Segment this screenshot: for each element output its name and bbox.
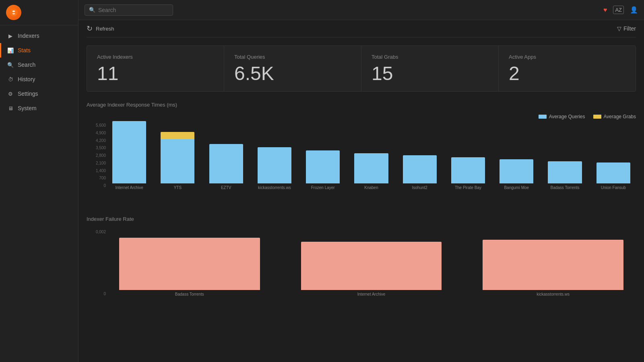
filter-label: Filter — [623, 25, 636, 32]
bar-internet-archive-label: Internet Archive — [115, 185, 143, 190]
sidebar-item-settings-label: Settings — [18, 90, 38, 97]
bar-kickass-label: kickasstorrents.ws — [258, 185, 291, 190]
sidebar-item-indexers[interactable]: ▶ Indexers — [0, 29, 78, 43]
y-label-5600: 5,600 — [87, 123, 106, 128]
y-axis: 5,600 4,900 4,200 3,500 2,800 2,100 1,40… — [87, 123, 106, 188]
bar-bangumi-moe: Bangumi Moe — [494, 119, 539, 190]
failure-bars-container: Badass Torrents Internet Archive — [107, 232, 636, 296]
bar-knaben-label: Knaben — [364, 185, 378, 190]
total-grabs-value: 15 — [372, 64, 488, 83]
bar-frozen-layer-label: Frozen Layer — [311, 185, 335, 190]
search-input[interactable] — [98, 7, 169, 13]
total-queries-value: 6.5K — [234, 64, 351, 83]
failure-bar-internet-archive-label: Internet Archive — [357, 292, 385, 296]
failure-rate-chart: Indexer Failure Rate 0,002 0 Bada — [87, 216, 636, 309]
app-logo — [0, 0, 78, 25]
failure-bar-internet-archive-fill — [301, 242, 442, 290]
bar-badass-torrents-blue — [548, 161, 582, 183]
legend-grabs-label: Average Grabs — [604, 114, 636, 119]
failure-bar-kickass-label: kickasstorrents.ws — [537, 292, 570, 296]
refresh-button[interactable]: ↻ Refresh — [87, 24, 114, 33]
response-time-chart: Average Indexer Response Times (ms) Aver… — [87, 102, 636, 204]
active-indexers-value: 11 — [97, 64, 214, 83]
sidebar-item-system[interactable]: 🖥 System — [0, 101, 78, 115]
bar-pirate-bay: The Pirate Bay — [446, 119, 491, 190]
history-icon: ⏱ — [7, 76, 14, 82]
user-icon[interactable]: 👤 — [630, 6, 638, 14]
active-apps-value: 2 — [509, 64, 625, 83]
sidebar-item-stats[interactable]: 📊 Stats — [0, 43, 78, 58]
bar-union-fansub-label: Union Fansub — [601, 185, 626, 190]
bar-kickass-blue — [258, 147, 291, 183]
bar-badass-torrents: Badass Torrents — [542, 119, 587, 190]
stats-grid: Active Indexers 11 Total Queries 6.5K To… — [87, 45, 636, 92]
failure-bar-badass-label: Badass Torrents — [175, 292, 204, 296]
active-apps-label: Active Apps — [509, 54, 625, 60]
bar-internet-archive-blue — [112, 121, 146, 183]
failure-bar-kickass-fill — [483, 240, 623, 290]
bar-eztv-label: EZTV — [221, 185, 231, 190]
topbar-right: ♥ AZ 👤 — [603, 6, 638, 14]
topbar: 🔍 ♥ AZ 👤 — [78, 0, 644, 20]
legend-blue-color — [539, 115, 547, 119]
logo-icon — [6, 5, 21, 20]
bar-pirate-bay-label: The Pirate Bay — [455, 185, 481, 190]
failure-y-axis: 0,002 — [87, 228, 106, 234]
y-label-1400: 1,400 — [87, 169, 106, 173]
failure-y-zero: 0 — [87, 290, 106, 296]
sidebar-item-settings[interactable]: ⚙ Settings — [0, 86, 78, 101]
refresh-label: Refresh — [96, 26, 114, 32]
stat-total-grabs: Total Grabs 15 — [361, 46, 498, 91]
y-label-4900: 4,900 — [87, 131, 106, 135]
y-label-2100: 2,100 — [87, 161, 106, 165]
bar-eztv: EZTV — [204, 119, 249, 190]
bar-eztv-blue — [209, 144, 243, 183]
bar-yts-label: YTS — [174, 185, 182, 190]
bar-isohunt2-label: Isohunt2 — [412, 185, 427, 190]
bar-union-fansub: Union Fansub — [591, 119, 636, 190]
sidebar-item-search[interactable]: 🔍 Search — [0, 58, 78, 72]
content-area: ↻ Refresh ▽ Filter Active Indexers 11 To… — [78, 20, 644, 317]
stat-total-queries: Total Queries 6.5K — [224, 46, 361, 91]
bar-knaben-blue — [354, 153, 388, 183]
stats-icon: 📊 — [7, 47, 14, 53]
search-wrapper[interactable]: 🔍 — [85, 4, 173, 16]
failure-bar-kickass: kickasstorrents.ws — [470, 230, 636, 296]
response-chart-title: Average Indexer Response Times (ms) — [87, 102, 636, 108]
bar-yts-gold — [161, 132, 194, 139]
legend-grabs: Average Grabs — [593, 114, 636, 119]
sidebar-item-search-label: Search — [18, 62, 35, 68]
bar-badass-torrents-label: Badass Torrents — [550, 185, 579, 190]
bar-bangumi-moe-label: Bangumi Moe — [504, 185, 529, 190]
bar-internet-archive: Internet Archive — [107, 119, 152, 190]
bar-isohunt2-blue — [403, 155, 437, 183]
heart-icon[interactable]: ♥ — [603, 6, 607, 14]
bar-yts-blue — [161, 139, 194, 183]
chart-legend: Average Queries Average Grabs — [87, 114, 636, 119]
sidebar-item-history-label: History — [18, 76, 35, 82]
settings-icon: ⚙ — [7, 91, 14, 97]
svg-point-0 — [10, 8, 18, 16]
y-label-3500: 3,500 — [87, 146, 106, 150]
bar-frozen-layer-blue — [306, 150, 340, 183]
filter-button[interactable]: ▽ Filter — [617, 25, 636, 32]
search-nav-icon: 🔍 — [7, 62, 14, 68]
bar-bangumi-moe-blue — [500, 159, 533, 183]
filter-icon: ▽ — [617, 25, 621, 32]
failure-bar-internet-archive: Internet Archive — [289, 230, 454, 296]
y-label-2800: 2,800 — [87, 154, 106, 158]
bar-union-fansub-blue — [597, 162, 630, 183]
az-icon[interactable]: AZ — [613, 6, 624, 14]
y-label-0: 0 — [87, 184, 106, 188]
bar-frozen-layer: Frozen Layer — [300, 119, 345, 190]
sidebar-item-history[interactable]: ⏱ History — [0, 72, 78, 86]
bar-yts: YTS — [155, 119, 200, 190]
total-grabs-label: Total Grabs — [372, 54, 488, 60]
legend-queries: Average Queries — [539, 114, 585, 119]
toolbar: ↻ Refresh ▽ Filter — [87, 20, 636, 37]
failure-y-zero-label: 0 — [103, 292, 106, 296]
sidebar-item-indexers-label: Indexers — [18, 33, 39, 39]
main-content: 🔍 ♥ AZ 👤 ↻ Refresh ▽ Filter Active Index… — [78, 0, 644, 362]
active-indexers-label: Active Indexers — [97, 54, 214, 60]
bars-container: Internet Archive YTS — [107, 125, 636, 190]
